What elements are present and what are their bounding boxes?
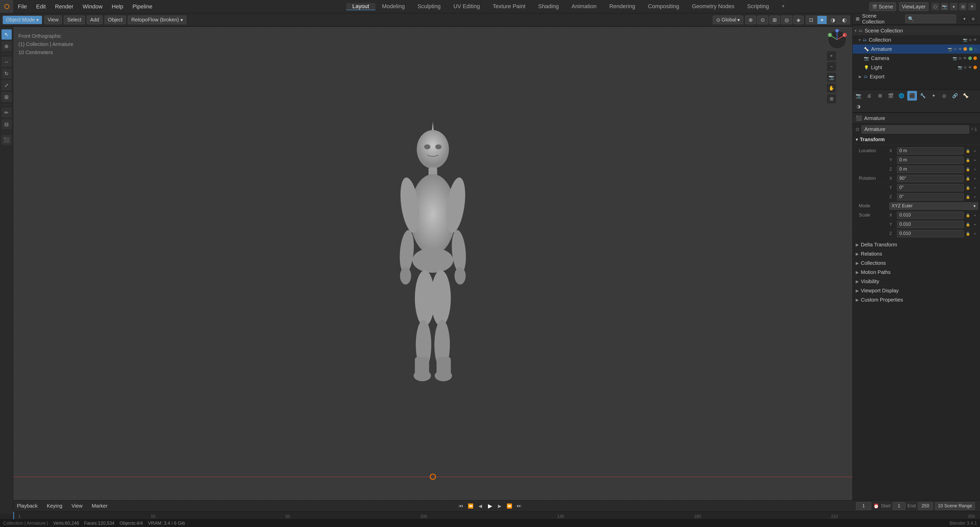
view-layer-selector[interactable]: ViewLayer xyxy=(899,2,928,11)
tab-add[interactable]: + xyxy=(776,3,791,10)
tab-geometry-nodes[interactable]: Geometry Nodes xyxy=(686,3,740,10)
location-x-input[interactable]: 0 m xyxy=(897,147,964,154)
render-engine-btn[interactable]: ⬡ xyxy=(932,3,939,11)
tab-uv-editing[interactable]: UV Editing xyxy=(447,3,486,10)
add-cube-tool[interactable]: ⬛ xyxy=(2,135,12,145)
outliner-item-scene-collection[interactable]: ▾ 🗂 Scene Collection xyxy=(853,26,980,35)
jump-to-start-btn[interactable]: ⏮ xyxy=(457,502,465,510)
view-menu-btn[interactable]: Front Orthographic View xyxy=(44,16,62,24)
eye-vis-icon[interactable]: 👁 xyxy=(974,38,977,42)
physics-props-icon[interactable]: ◎ xyxy=(939,91,949,100)
location-z-input[interactable]: 0 m xyxy=(897,166,964,173)
select-tool[interactable]: ↖ xyxy=(2,29,12,40)
outliner-search[interactable]: 🔍 xyxy=(905,14,956,23)
rotation-x-lock[interactable]: 🔒 xyxy=(965,175,971,182)
tab-texture-paint[interactable]: Texture Paint xyxy=(487,3,531,10)
collections-section[interactable]: ▶ Collections xyxy=(853,259,980,268)
render-vis-icon[interactable]: ⊙ xyxy=(969,38,972,42)
scale-tool[interactable]: ⤢ xyxy=(2,80,12,91)
editor-type-btn[interactable]: ⊞ xyxy=(959,3,967,11)
retopoflow-btn[interactable]: RetopoFlow (broken) ▾ xyxy=(128,16,186,24)
camera-item-render-icon[interactable]: ⊙ xyxy=(959,56,962,60)
jump-to-end-btn[interactable]: ⏭ xyxy=(515,502,523,510)
viewport-shading-btn[interactable]: ● xyxy=(950,3,958,11)
rotation-z-lock[interactable]: 🔒 xyxy=(965,194,971,200)
outliner-item-armature[interactable]: 🦴 Armature 📷 ⊙ 👁 △ xyxy=(853,45,980,54)
location-y-anim[interactable]: ● xyxy=(972,157,978,163)
xray-btn[interactable]: ◈ xyxy=(793,16,803,24)
delta-transform-section[interactable]: ▶ Delta Transform xyxy=(853,240,980,250)
end-frame-input[interactable]: 250 xyxy=(918,502,933,510)
object-props-icon[interactable]: ⬛ xyxy=(907,91,917,100)
timeline-keying-menu[interactable]: Keying xyxy=(44,501,65,511)
scale-x-anim[interactable]: ● xyxy=(972,212,978,218)
annotate-tool[interactable]: ✏ xyxy=(2,108,12,118)
rotate-tool[interactable]: ↻ xyxy=(2,68,12,79)
scene-range-btn[interactable]: 10 Scene Range xyxy=(935,502,975,510)
rotation-x-input[interactable]: 90° xyxy=(897,175,964,182)
tab-compositing[interactable]: Compositing xyxy=(642,3,685,10)
scene-props-icon[interactable]: 🎬 xyxy=(886,91,896,100)
tab-shading[interactable]: Shading xyxy=(532,3,565,10)
solid-shading-btn[interactable]: ● xyxy=(817,16,827,24)
add-menu-btn[interactable]: Add xyxy=(87,16,103,24)
material-shading-btn[interactable]: ◑ xyxy=(827,16,838,24)
location-y-lock[interactable]: 🔒 xyxy=(965,157,971,163)
location-z-anim[interactable]: ● xyxy=(972,166,978,172)
light-eye-icon[interactable]: 👁 xyxy=(968,65,972,70)
motion-paths-section[interactable]: ▶ Motion Paths xyxy=(853,268,980,277)
tab-sculpting[interactable]: Sculpting xyxy=(411,3,447,10)
menu-window[interactable]: Window xyxy=(78,0,107,13)
render-props-icon[interactable]: 📷 xyxy=(854,91,863,100)
menu-file[interactable]: File xyxy=(13,0,32,13)
snap-settings[interactable]: ⊙ Global ▾ xyxy=(713,16,743,24)
render-properties-btn[interactable]: 📷 xyxy=(941,3,948,11)
rotation-y-input[interactable]: 0° xyxy=(897,184,964,191)
outliner-item-collection[interactable]: ▾ 🗂 Collection 📷 ⊙ 👁 xyxy=(853,35,980,45)
wireframe-shading-btn[interactable]: ⊡ xyxy=(806,16,817,24)
armature-camera-icon[interactable]: 📷 xyxy=(948,47,952,51)
rotation-x-anim[interactable]: ● xyxy=(972,175,978,182)
next-keyframe-btn[interactable]: ⏩ xyxy=(506,502,513,510)
outliner-item-export[interactable]: ▶ 🗂 Export xyxy=(853,72,980,81)
scene-selector[interactable]: 🎬 Scene xyxy=(869,2,896,11)
measure-tool[interactable]: ⊟ xyxy=(2,119,12,129)
material-props-icon[interactable]: ◑ xyxy=(854,102,863,111)
timeline-playback-menu[interactable]: Playback xyxy=(14,501,41,511)
world-props-icon[interactable]: 🌐 xyxy=(897,91,906,100)
constraint-props-icon[interactable]: 🔗 xyxy=(950,91,960,100)
scale-y-anim[interactable]: ● xyxy=(972,221,978,228)
scale-x-lock[interactable]: 🔒 xyxy=(965,212,971,218)
rotation-z-anim[interactable]: ● xyxy=(972,194,978,200)
blender-logo[interactable]: ⬡ xyxy=(0,0,13,13)
tab-modeling[interactable]: Modeling xyxy=(376,3,411,10)
scale-y-input[interactable]: 0.010 xyxy=(897,221,964,228)
camera-vis-icon[interactable]: 📷 xyxy=(963,38,967,42)
prev-frame-btn[interactable]: ◀ xyxy=(476,502,484,510)
armature-eye-icon[interactable]: 👁 xyxy=(958,47,962,51)
armature-render-icon[interactable]: ⊙ xyxy=(954,47,957,51)
camera-item-eye-icon[interactable]: 👁 xyxy=(963,56,967,60)
menu-pipeline[interactable]: Pipeline xyxy=(128,0,157,13)
timeline-view-menu[interactable]: View xyxy=(68,501,86,511)
view-layer-props-icon[interactable]: ⊞ xyxy=(875,91,885,100)
rotation-mode-select[interactable]: XYZ Euler ▾ xyxy=(889,202,978,210)
outliner-filter-btn[interactable]: ▼ xyxy=(961,15,968,23)
location-x-lock[interactable]: 🔒 xyxy=(965,148,971,154)
next-frame-btn[interactable]: ▶ xyxy=(496,502,504,510)
select-menu-btn[interactable]: Select xyxy=(64,16,85,24)
play-btn[interactable]: ▶ xyxy=(486,502,494,510)
visibility-section[interactable]: ▶ Visibility xyxy=(853,277,980,286)
viewport-display-section[interactable]: ▶ Viewport Display xyxy=(853,286,980,295)
viewport-snap-btn[interactable]: ⊕ xyxy=(745,16,756,24)
tab-animation[interactable]: Animation xyxy=(566,3,603,10)
rotation-z-input[interactable]: 0° xyxy=(897,193,964,201)
menu-help[interactable]: Help xyxy=(107,0,128,13)
outliner-item-light[interactable]: 💡 Light 📷 ⊙ 👁 xyxy=(853,63,980,72)
transform-section-header[interactable]: ▾ Transform xyxy=(853,135,980,144)
location-y-input[interactable]: 0 m xyxy=(897,156,964,164)
camera-item-camera-icon[interactable]: 📷 xyxy=(953,56,957,60)
tab-rendering[interactable]: Rendering xyxy=(603,3,641,10)
light-cam-icon[interactable]: 📷 xyxy=(958,65,962,70)
menu-render[interactable]: Render xyxy=(50,0,78,13)
